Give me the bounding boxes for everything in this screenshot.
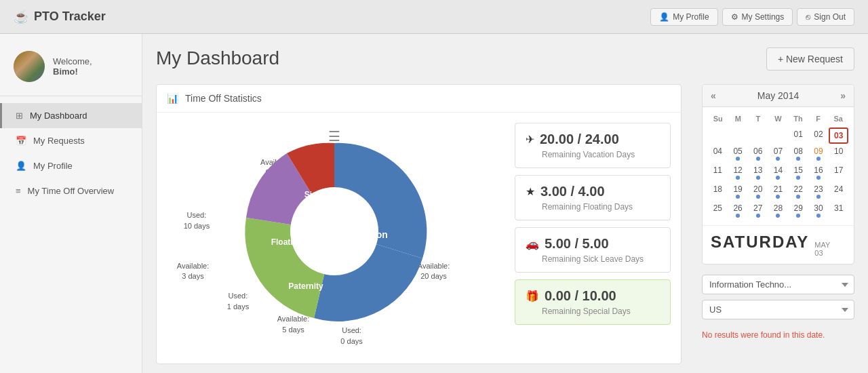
vacation-stat: ✈ 20.00 / 24.00 Remaining Vacation Days xyxy=(515,123,671,168)
cal-day-02[interactable]: 02 xyxy=(809,127,829,144)
cal-day-14[interactable]: 14 xyxy=(768,163,788,182)
sidebar-item-dashboard[interactable]: ⊞ My Dashboard xyxy=(0,103,142,128)
cal-days: 01 02 03 04 05 06 07 08 09 10 xyxy=(708,127,848,220)
cal-day-03[interactable]: 03 xyxy=(829,127,848,144)
department-select[interactable]: Information Techno... xyxy=(702,275,854,294)
cal-day-10[interactable]: 10 xyxy=(829,144,848,163)
sidebar-item-timeoff[interactable]: ≡ My Time Off Overview xyxy=(0,178,142,203)
cal-day-08[interactable]: 08 xyxy=(789,144,808,163)
cal-day-25[interactable]: 25 xyxy=(708,201,728,220)
cal-day-20[interactable]: 20 xyxy=(748,182,768,201)
cal-day-18[interactable]: 18 xyxy=(708,182,728,201)
no-results-message: No results were found in this date. xyxy=(702,330,854,340)
my-settings-button[interactable]: ⚙ My Settings xyxy=(722,8,793,26)
calendar: « May 2014 » Su M T W Th F Sa xyxy=(702,84,854,264)
cal-day-31[interactable]: 31 xyxy=(829,201,848,220)
sick-label: Sick xyxy=(304,190,321,199)
sick-stat-top: 🚗 5.00 / 5.00 xyxy=(526,236,660,252)
chart-area: ☰ Available:0 days Used:4 days Used:10 d… xyxy=(167,123,501,353)
cal-day-26[interactable]: 26 xyxy=(728,201,748,220)
content-area: My Dashboard + New Request 📊 Time Off St… xyxy=(142,34,868,373)
sign-out-button[interactable]: ⎋ Sign Out xyxy=(797,8,854,26)
app-name: PTO Tracker xyxy=(34,9,106,24)
floating-label: Floating xyxy=(271,237,302,247)
sidebar-welcome: Welcome, Bimo! xyxy=(53,56,92,77)
profile-icon: 👤 xyxy=(659,12,669,22)
main-layout: Welcome, Bimo! ⊞ My Dashboard 📅 My Reque… xyxy=(0,34,868,373)
sidebar-item-requests[interactable]: 📅 My Requests xyxy=(0,128,142,153)
stats-card-header: 📊 Time Off Statistics xyxy=(157,85,681,113)
cal-day-30[interactable]: 30 xyxy=(809,201,829,220)
cal-days-header: Su M T W Th F Sa xyxy=(708,113,848,125)
app-brand: ☕ PTO Tracker xyxy=(14,9,650,24)
pie-chart-wrapper: Vacation Paternity Floating Sick xyxy=(167,123,501,340)
content-header: My Dashboard + New Request xyxy=(156,47,854,71)
car-icon: 🚗 xyxy=(526,237,539,250)
cal-today-display: SATURDAY MAY 03 xyxy=(703,225,854,264)
calendar-grid: Su M T W Th F Sa xyxy=(703,107,854,225)
cal-day-16[interactable]: 16 xyxy=(809,163,829,182)
cal-day-11[interactable]: 11 xyxy=(708,163,728,182)
cal-day-04[interactable]: 04 xyxy=(708,144,728,163)
floating-stat-top: ★ 3.00 / 4.00 xyxy=(526,184,660,199)
cal-day-15[interactable]: 15 xyxy=(789,163,808,182)
cal-day-empty xyxy=(708,127,728,144)
cal-today-day: SATURDAY xyxy=(711,233,809,252)
cal-day-empty xyxy=(728,127,748,144)
cal-day-09[interactable]: 09 xyxy=(809,144,829,163)
user-icon: 👤 xyxy=(16,161,26,171)
sick-stat: 🚗 5.00 / 5.00 Remaining Sick Leave Days xyxy=(515,227,671,273)
dashboard-icon: ⊞ xyxy=(16,111,23,121)
right-panel: « May 2014 » Su M T W Th F Sa xyxy=(692,84,854,364)
special-stat-top: 🎁 0.00 / 10.00 xyxy=(526,288,660,304)
cal-day-empty xyxy=(768,127,788,144)
page-title: My Dashboard xyxy=(156,47,279,69)
cal-today-month: MAY 03 xyxy=(814,241,830,257)
sidebar-item-profile[interactable]: 👤 My Profile xyxy=(0,153,142,178)
my-profile-button[interactable]: 👤 My Profile xyxy=(650,8,717,26)
special-stat: 🎁 0.00 / 10.00 Remaining Special Days xyxy=(515,279,671,325)
pie-chart: Vacation Paternity Floating Sick xyxy=(233,130,436,333)
sidebar-user: Welcome, Bimo! xyxy=(0,41,142,96)
avatar xyxy=(14,51,45,82)
cal-day-13[interactable]: 13 xyxy=(748,163,768,182)
list-icon: ≡ xyxy=(16,186,21,196)
top-nav-actions: 👤 My Profile ⚙ My Settings ⎋ Sign Out xyxy=(650,8,854,26)
cal-day-22[interactable]: 22 xyxy=(789,182,808,201)
cal-day-23[interactable]: 23 xyxy=(809,182,829,201)
country-select[interactable]: US xyxy=(702,300,854,319)
settings-icon: ⚙ xyxy=(731,12,738,22)
cal-next[interactable]: » xyxy=(840,90,846,101)
calendar-icon: 📅 xyxy=(16,136,26,146)
content-inner: 📊 Time Off Statistics ☰ Available:0 days… xyxy=(156,84,854,364)
cal-title: May 2014 xyxy=(757,90,799,101)
cal-prev[interactable]: « xyxy=(711,90,716,101)
star-icon: ★ xyxy=(526,185,535,198)
bar-chart-icon: 📊 xyxy=(167,93,178,104)
cal-day-17[interactable]: 17 xyxy=(829,163,848,182)
gift-icon: 🎁 xyxy=(526,290,539,302)
cal-day-28[interactable]: 28 xyxy=(768,201,788,220)
cal-day-19[interactable]: 19 xyxy=(728,182,748,201)
cal-day-06[interactable]: 06 xyxy=(748,144,768,163)
cal-day-05[interactable]: 05 xyxy=(728,144,748,163)
new-request-button[interactable]: + New Request xyxy=(766,47,854,71)
paternity-label: Paternity xyxy=(288,281,323,291)
stats-card: 📊 Time Off Statistics ☰ Available:0 days… xyxy=(156,84,682,364)
sidebar: Welcome, Bimo! ⊞ My Dashboard 📅 My Reque… xyxy=(0,34,142,373)
cal-day-24[interactable]: 24 xyxy=(829,182,848,201)
cal-day-27[interactable]: 27 xyxy=(748,201,768,220)
cal-day-12[interactable]: 12 xyxy=(728,163,748,182)
cal-day-21[interactable]: 21 xyxy=(768,182,788,201)
app-icon: ☕ xyxy=(14,9,28,24)
top-nav: ☕ PTO Tracker 👤 My Profile ⚙ My Settings… xyxy=(0,0,868,34)
cal-day-07[interactable]: 07 xyxy=(768,144,788,163)
signout-icon: ⎋ xyxy=(806,12,810,22)
cal-day-01[interactable]: 01 xyxy=(789,127,808,144)
cal-day-29[interactable]: 29 xyxy=(789,201,808,220)
sidebar-nav: ⊞ My Dashboard 📅 My Requests 👤 My Profil… xyxy=(0,103,142,203)
vacation-label: Vacation xyxy=(349,229,388,240)
floating-stat: ★ 3.00 / 4.00 Remaining Floating Days xyxy=(515,175,671,220)
left-content: 📊 Time Off Statistics ☰ Available:0 days… xyxy=(156,84,682,364)
calendar-header: « May 2014 » xyxy=(703,85,854,107)
